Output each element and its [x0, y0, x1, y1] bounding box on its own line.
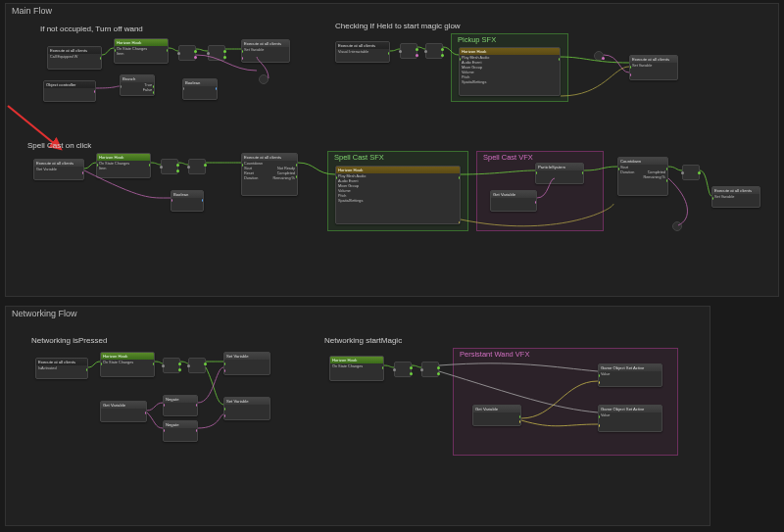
node-set-variable-np-1[interactable]: Set Variable: [223, 352, 270, 375]
node-dot-end[interactable]: [672, 221, 682, 231]
node-negate-1[interactable]: Negate: [163, 395, 198, 416]
node-negate-2[interactable]: Negate: [163, 420, 198, 442]
node-object-variable-1[interactable]: Object controller: [43, 80, 96, 102]
main-flow-panel: Main Flow If not occupied, Turn off wand…: [5, 3, 779, 297]
node-is-activated[interactable]: Execute at all clients IsActivated: [35, 358, 88, 379]
node-on-state-change-4[interactable]: Horizon Hook On State Changes: [329, 356, 384, 381]
node-set-active-1[interactable]: Game Object Set Active Value: [598, 363, 662, 387]
node-set-variable-1[interactable]: Execute at all clients Set Variable: [241, 39, 290, 63]
node-get-variable-pv[interactable]: Get Variable: [472, 405, 521, 426]
node-merge-4[interactable]: [682, 165, 700, 180]
node-merge-3[interactable]: [188, 159, 206, 174]
node-set-variable-np-2[interactable]: Set Variable: [223, 397, 270, 420]
subtitle-check-held: Checking If Held to start magic glow: [335, 22, 461, 30]
node-dot-1[interactable]: [259, 74, 269, 84]
node-split-5[interactable]: [394, 362, 412, 377]
node-merge-5[interactable]: [188, 358, 206, 373]
node-branch-1[interactable]: Branch True False: [120, 74, 155, 96]
node-call-equipped[interactable]: Execute at all clients Call Equipped W: [47, 46, 102, 70]
node-on-state-change-2[interactable]: Horizon Hook On State ChangesItem: [96, 153, 151, 178]
node-split-3[interactable]: [161, 159, 178, 174]
node-on-state-change-3[interactable]: Horizon Hook On State Changes: [100, 352, 155, 377]
node-get-variable-vfx[interactable]: Get Variable: [490, 190, 537, 212]
node-split-1[interactable]: [178, 45, 196, 61]
subtitle-spell-cast: Spell Cast on click: [27, 141, 91, 150]
node-countdown-1[interactable]: Execute at all clients Countdown StartNo…: [241, 153, 298, 196]
node-merge-2[interactable]: [425, 43, 443, 59]
networking-flow-panel: Networking Flow Networking isPressed Net…: [5, 306, 710, 526]
red-arrow-annotation: [4, 102, 82, 161]
node-on-state-change-1[interactable]: Horizon Hook On State ChangesItem: [114, 38, 169, 64]
node-split-2[interactable]: [400, 43, 417, 59]
node-set-variable-2[interactable]: Execute at all clients Set Variable: [629, 55, 678, 80]
node-visual-interactable[interactable]: Execute at all clients Visual Interactab…: [335, 41, 390, 63]
node-play-audio-pickup[interactable]: Horizon Hook Play Mesh Audio Audio Event…: [459, 47, 561, 96]
main-flow-title: Main Flow: [12, 6, 52, 16]
node-get-variable-1[interactable]: Execute at all clients Get Variable: [33, 159, 84, 180]
node-merge-6[interactable]: [421, 362, 439, 377]
node-split-4[interactable]: [163, 358, 180, 373]
node-merge-1[interactable]: [208, 45, 225, 61]
node-countdown-2[interactable]: Countdown Start DurationCompleted Remain…: [617, 157, 668, 196]
node-play-audio-cast[interactable]: Horizon Hook Play Mesh Audio Audio Event…: [335, 166, 461, 224]
node-set-variable-3[interactable]: Execute at all clients Set Variable: [711, 186, 760, 208]
subtitle-turn-off-wand: If not occupied, Turn off wand: [40, 24, 143, 33]
node-dot-pickup[interactable]: [594, 51, 604, 61]
node-boolean-1[interactable]: Boolean: [182, 78, 218, 100]
node-set-active-2[interactable]: Game Object Set Active Value: [598, 405, 662, 432]
subtitle-net-magic: Networking startMagic: [324, 336, 402, 345]
node-boolean-2[interactable]: Boolean: [171, 190, 204, 212]
node-get-variable-np[interactable]: Get Variable: [100, 401, 147, 422]
networking-flow-title: Networking Flow: [12, 309, 77, 318]
subtitle-net-pressed: Networking isPressed: [31, 336, 107, 345]
node-particle-system[interactable]: ParticleSystem: [535, 163, 584, 184]
